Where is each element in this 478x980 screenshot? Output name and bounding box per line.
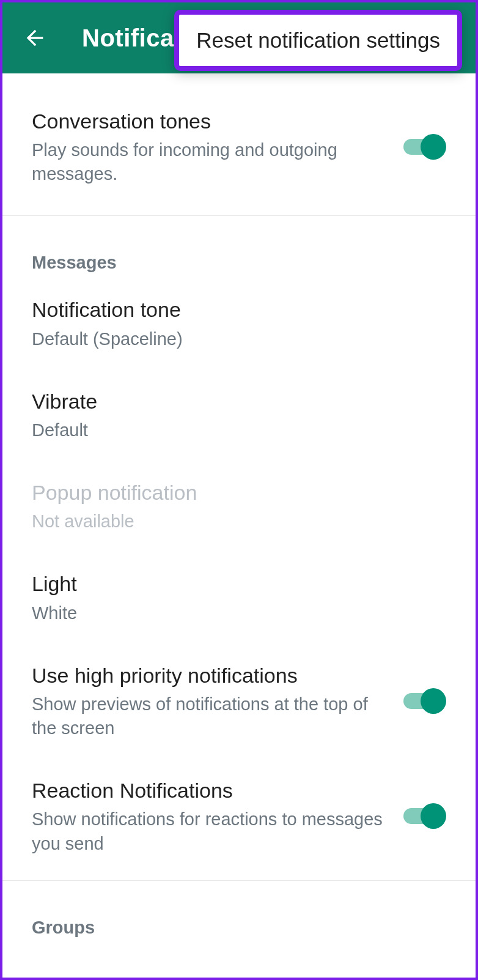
- high-priority-title: Use high priority notifications: [32, 662, 391, 689]
- high-priority-toggle[interactable]: [403, 688, 446, 714]
- reaction-notifications-subtitle: Show notifications for reactions to mess…: [32, 807, 391, 855]
- messages-section-header: Messages: [2, 216, 476, 284]
- toggle-thumb: [421, 134, 446, 160]
- toggle-thumb: [421, 803, 446, 829]
- reaction-notifications-toggle[interactable]: [403, 803, 446, 829]
- high-priority-row[interactable]: Use high priority notifications Show pre…: [2, 650, 476, 765]
- vibrate-row[interactable]: Vibrate Default: [2, 376, 476, 467]
- toggle-thumb: [421, 688, 446, 714]
- reset-notification-settings-item[interactable]: Reset notification settings: [179, 15, 457, 66]
- popup-notification-row: Popup notification Not available: [2, 467, 476, 558]
- page-title: Notifica: [82, 24, 174, 52]
- popup-notification-title: Popup notification: [32, 479, 434, 506]
- groups-section-header: Groups: [2, 881, 476, 949]
- notification-tone-row[interactable]: Notification tone Default (Spaceline): [2, 284, 476, 375]
- vibrate-title: Vibrate: [32, 388, 434, 415]
- light-row[interactable]: Light White: [2, 558, 476, 649]
- overflow-menu: Reset notification settings: [174, 10, 462, 71]
- conversation-tones-subtitle: Play sounds for incoming and outgoing me…: [32, 138, 391, 186]
- high-priority-subtitle: Show previews of notifications at the to…: [32, 692, 391, 740]
- light-title: Light: [32, 570, 434, 597]
- conversation-tones-toggle[interactable]: [403, 134, 446, 160]
- light-value: White: [32, 601, 434, 625]
- back-button[interactable]: [20, 23, 50, 53]
- notification-tone-title: Notification tone: [32, 296, 434, 323]
- conversation-tones-title: Conversation tones: [32, 108, 391, 135]
- reaction-notifications-row[interactable]: Reaction Notifications Show notification…: [2, 765, 476, 880]
- vibrate-value: Default: [32, 418, 434, 442]
- notification-tone-value: Default (Spaceline): [32, 327, 434, 351]
- reaction-notifications-title: Reaction Notifications: [32, 777, 391, 804]
- conversation-tones-row[interactable]: Conversation tones Play sounds for incom…: [2, 73, 476, 215]
- settings-list: Conversation tones Play sounds for incom…: [2, 73, 476, 949]
- popup-notification-value: Not available: [32, 510, 434, 533]
- back-arrow-icon: [23, 26, 47, 50]
